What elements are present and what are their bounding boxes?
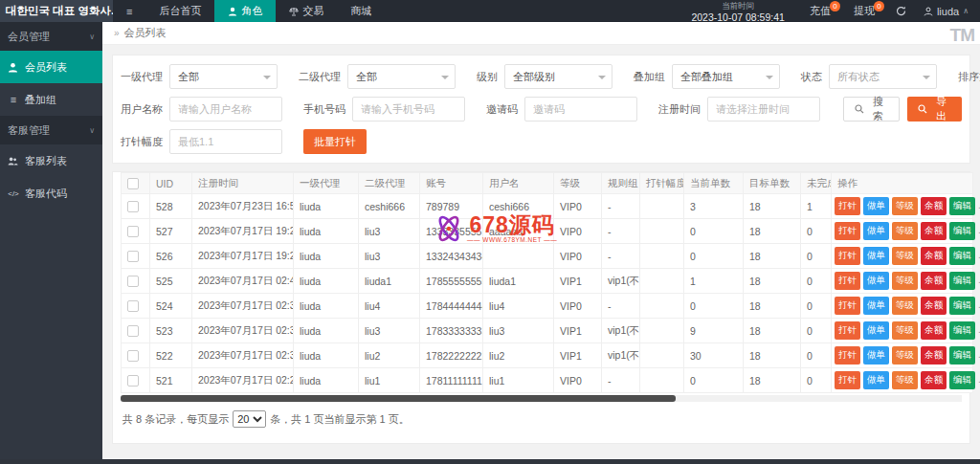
level-button[interactable]: 等级	[892, 321, 918, 340]
level-button[interactable]: 等级	[892, 371, 918, 389]
edit-button[interactable]: 编辑	[949, 222, 975, 240]
column-header: 打针幅度	[640, 173, 684, 194]
edit-button[interactable]: 编辑	[949, 247, 975, 265]
cell-agent1: liuda	[294, 244, 359, 269]
row-checkbox[interactable]	[127, 226, 139, 237]
sidebar-toggle-button[interactable]: ≡	[113, 0, 145, 22]
balance-button[interactable]: 余额	[921, 247, 947, 265]
cell-time: 2023年07月17日 02:32:20	[192, 319, 294, 343]
column-header: 未完成	[801, 173, 832, 194]
balance-button[interactable]: 余额	[921, 297, 947, 315]
select-value: 全部	[356, 70, 377, 84]
sidebar-item-member-list[interactable]: 会员列表	[0, 51, 102, 83]
needle-button[interactable]: 打针	[835, 222, 860, 240]
row-checkbox[interactable]	[127, 350, 139, 362]
edit-button[interactable]: 编辑	[949, 197, 975, 215]
order-button[interactable]: 做单	[863, 371, 889, 389]
level-button[interactable]: 等级	[892, 272, 918, 290]
needle-button[interactable]: 打针	[835, 321, 860, 340]
cell-account: 17822222222	[420, 343, 483, 368]
sidebar-item-overlay-group[interactable]: ≡ 叠加组	[0, 83, 102, 116]
order-button[interactable]: 做单	[863, 346, 889, 365]
balance-button[interactable]: 余额	[921, 321, 947, 340]
level-select[interactable]: 全部级别	[504, 64, 612, 89]
balance-button[interactable]: 余额	[921, 346, 947, 365]
level-button[interactable]: 等级	[892, 222, 918, 240]
scrollbar-thumb[interactable]	[121, 395, 676, 402]
page-size-select[interactable]: 20	[233, 410, 266, 428]
sidebar-item-label: 客服代码	[25, 187, 67, 201]
agent2-select[interactable]: 全部	[347, 64, 456, 89]
order-button[interactable]: 做单	[863, 222, 889, 240]
level-button[interactable]: 等级	[892, 197, 918, 215]
order-button[interactable]: 做单	[863, 197, 889, 215]
select-all-checkbox[interactable]	[127, 178, 139, 189]
recharge-button[interactable]: 充值 0	[798, 0, 842, 22]
row-checkbox[interactable]	[127, 251, 139, 262]
menu-item-trade[interactable]: 交易	[276, 0, 337, 22]
needle-button[interactable]: 打针	[835, 272, 860, 290]
group-label: 会员管理	[8, 30, 50, 44]
balance-button[interactable]: 余额	[921, 371, 947, 389]
order-button[interactable]: 做单	[863, 247, 889, 265]
balance-button[interactable]: 余额	[921, 222, 947, 240]
row-checkbox[interactable]	[127, 300, 139, 312]
sidebar-item-service-list[interactable]: 客服列表	[0, 144, 102, 177]
needle-button[interactable]: 打针	[835, 197, 860, 215]
menu-item-home[interactable]: 后台首页	[145, 0, 214, 22]
sidebar-group-members[interactable]: 会员管理 ∨	[0, 22, 102, 51]
edit-button[interactable]: 编辑	[949, 371, 975, 389]
level-button[interactable]: 等级	[892, 346, 918, 365]
balance-button[interactable]: 余额	[921, 272, 947, 290]
edit-button[interactable]: 编辑	[949, 346, 975, 365]
regtime-input[interactable]	[707, 97, 820, 122]
user-menu[interactable]: liuda ∧	[916, 0, 980, 22]
invite-code-input[interactable]	[524, 97, 637, 122]
order-button[interactable]: 做单	[863, 297, 889, 315]
order-button[interactable]: 做单	[863, 321, 889, 340]
horizontal-scrollbar[interactable]	[121, 395, 962, 402]
level-button[interactable]: 等级	[892, 297, 918, 315]
edit-button[interactable]: 编辑	[949, 297, 975, 315]
needle-range-input[interactable]	[169, 129, 282, 154]
order-button[interactable]: 做单	[863, 272, 889, 290]
needle-button[interactable]: 打针	[835, 371, 860, 389]
filter-label: 打针幅度	[121, 135, 163, 149]
status-select[interactable]: 所有状态	[829, 64, 937, 89]
cell-rule: -	[602, 368, 640, 393]
needle-button[interactable]: 打针	[835, 247, 860, 265]
needle-button[interactable]: 打针	[835, 346, 860, 365]
needle-button[interactable]: 打针	[835, 297, 860, 315]
cell-agent2: liu3	[359, 319, 420, 343]
sidebar-item-service-code[interactable]: </> 客服代码	[0, 177, 102, 210]
filter-row-needle: 打针幅度 批量打针	[121, 129, 962, 154]
username-input[interactable]	[169, 97, 282, 122]
withdraw-label: 提现	[854, 4, 875, 18]
row-checkbox[interactable]	[127, 325, 139, 337]
caret-down-icon	[263, 76, 271, 79]
row-checkbox[interactable]	[127, 201, 139, 212]
person-icon	[8, 62, 19, 73]
cell-level: VIP0	[554, 219, 602, 244]
export-button[interactable]: 导 出	[907, 97, 962, 122]
phone-input[interactable]	[352, 97, 465, 122]
cell-target: 18	[744, 244, 801, 269]
balance-button[interactable]: 余额	[921, 197, 947, 215]
menu-item-mall[interactable]: 商城	[337, 0, 385, 22]
cell-level: VIP1	[554, 319, 602, 343]
agent1-select[interactable]: 全部	[169, 64, 278, 89]
sidebar-group-service[interactable]: 客服管理 ∨	[0, 116, 102, 144]
overlay-group-select[interactable]: 全部叠加组	[672, 64, 780, 89]
menu-item-roles[interactable]: 角色	[214, 0, 276, 22]
level-button[interactable]: 等级	[892, 247, 918, 265]
filter-needle-range: 打针幅度	[121, 129, 282, 154]
row-checkbox[interactable]	[127, 375, 139, 387]
row-checkbox[interactable]	[127, 276, 139, 287]
withdraw-button[interactable]: 提现 0	[842, 0, 886, 22]
batch-needle-button[interactable]: 批量打针	[303, 129, 367, 154]
edit-button[interactable]: 编辑	[949, 321, 975, 340]
search-button[interactable]: 搜 索	[843, 97, 900, 122]
cell-target: 18	[744, 319, 801, 343]
edit-button[interactable]: 编辑	[949, 272, 975, 290]
refresh-button[interactable]	[886, 0, 916, 22]
